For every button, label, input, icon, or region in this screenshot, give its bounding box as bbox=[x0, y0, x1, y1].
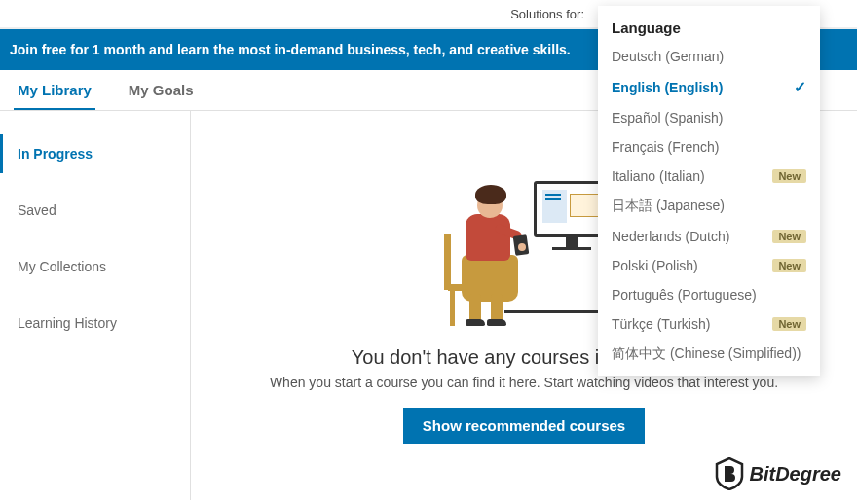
solutions-for-label: Solutions for: bbox=[510, 7, 584, 21]
language-option-label: English (English) bbox=[612, 80, 723, 95]
sidebar-item-label: Saved bbox=[18, 202, 56, 218]
language-option-polish[interactable]: Polski (Polish)New bbox=[598, 251, 820, 280]
language-option-label: Français (French) bbox=[612, 139, 719, 155]
new-badge: New bbox=[772, 230, 806, 243]
new-badge: New bbox=[772, 169, 806, 183]
sidebar: In Progress Saved My Collections Learnin… bbox=[0, 111, 191, 500]
language-option-dutch[interactable]: Nederlands (Dutch)New bbox=[598, 222, 820, 251]
language-option-spanish[interactable]: Español (Spanish) bbox=[598, 103, 820, 132]
tab-label: My Library bbox=[18, 82, 92, 98]
language-option-label: Italiano (Italian) bbox=[612, 168, 705, 184]
new-badge: New bbox=[772, 317, 806, 331]
language-option-label: 简体中文 (Chinese (Simplified)) bbox=[612, 345, 801, 363]
bitdegree-watermark: BitDegree bbox=[715, 457, 841, 490]
language-option-chinese-simplified[interactable]: 简体中文 (Chinese (Simplified)) bbox=[598, 339, 820, 370]
language-option-label: Deutsch (German) bbox=[612, 49, 724, 64]
language-option-french[interactable]: Français (French) bbox=[598, 132, 820, 162]
language-option-japanese[interactable]: 日本語 (Japanese) bbox=[598, 191, 820, 222]
tab-my-library[interactable]: My Library bbox=[14, 70, 95, 110]
language-option-label: Nederlands (Dutch) bbox=[612, 229, 729, 244]
language-dropdown: Language Deutsch (German) English (Engli… bbox=[598, 6, 820, 376]
language-option-portuguese[interactable]: Português (Portuguese) bbox=[598, 280, 820, 309]
language-option-label: Polski (Polish) bbox=[612, 258, 698, 273]
empty-state-illustration bbox=[436, 167, 612, 331]
sidebar-item-label: In Progress bbox=[18, 146, 93, 162]
language-option-english[interactable]: English (English)✓ bbox=[598, 71, 820, 103]
show-recommended-courses-button[interactable]: Show recommended courses bbox=[403, 408, 645, 444]
check-icon: ✓ bbox=[794, 78, 806, 96]
bitdegree-logo-icon bbox=[715, 457, 744, 490]
sidebar-item-label: Learning History bbox=[18, 315, 117, 331]
tab-label: My Goals bbox=[129, 82, 194, 98]
promo-banner-text: Join free for 1 month and learn the most… bbox=[10, 42, 571, 57]
empty-state-subline: When you start a course you can find it … bbox=[191, 375, 857, 390]
tab-my-goals[interactable]: My Goals bbox=[125, 70, 198, 110]
language-option-turkish[interactable]: Türkçe (Turkish)New bbox=[598, 309, 820, 339]
language-dropdown-title: Language bbox=[598, 12, 820, 42]
sidebar-item-learning-history[interactable]: Learning History bbox=[0, 304, 190, 342]
new-badge: New bbox=[772, 259, 806, 272]
language-option-label: Português (Portuguese) bbox=[612, 287, 757, 303]
sidebar-item-my-collections[interactable]: My Collections bbox=[0, 247, 190, 286]
language-option-italian[interactable]: Italiano (Italian)New bbox=[598, 162, 820, 191]
sidebar-item-in-progress[interactable]: In Progress bbox=[0, 134, 190, 173]
bitdegree-text: BitDegree bbox=[750, 463, 841, 486]
language-option-label: Español (Spanish) bbox=[612, 110, 723, 126]
sidebar-item-label: My Collections bbox=[18, 259, 106, 274]
language-option-label: Türkçe (Turkish) bbox=[612, 316, 710, 332]
language-option-label: 日本語 (Japanese) bbox=[612, 198, 725, 215]
sidebar-item-saved[interactable]: Saved bbox=[0, 191, 190, 230]
language-option-german[interactable]: Deutsch (German) bbox=[598, 42, 820, 71]
